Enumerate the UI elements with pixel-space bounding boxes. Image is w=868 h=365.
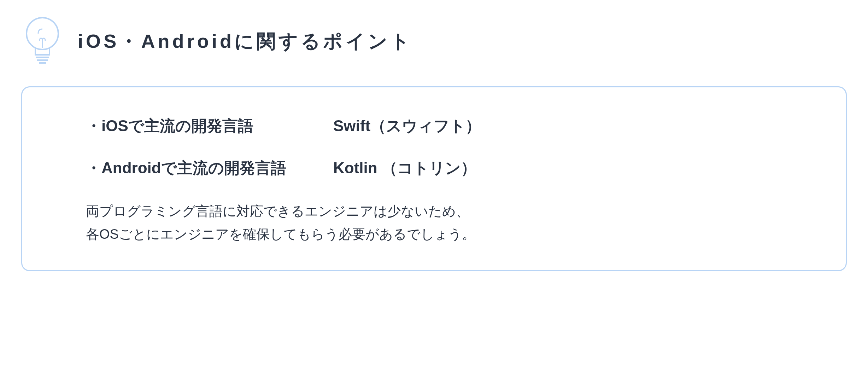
item-label: ・iOSで主流の開発言語 [86, 116, 333, 137]
item-value: Swift（スウィフト） [333, 116, 481, 137]
page-title: iOS・Androidに関するポイント [78, 29, 412, 54]
description: 両プログラミング言語に対応できるエンジニアは少ないため、 各OSごとにエンジニア… [86, 200, 782, 245]
list-item: ・Androidで主流の開発言語 Kotlin （コトリン） [86, 158, 782, 179]
item-value: Kotlin （コトリン） [333, 158, 476, 179]
content-box: ・iOSで主流の開発言語 Swift（スウィフト） ・Androidで主流の開発… [21, 86, 847, 271]
header: iOS・Androidに関するポイント [21, 14, 847, 69]
item-label: ・Androidで主流の開発言語 [86, 158, 333, 179]
lightbulb-icon [21, 14, 64, 69]
list-item: ・iOSで主流の開発言語 Swift（スウィフト） [86, 116, 782, 137]
description-line: 両プログラミング言語に対応できるエンジニアは少ないため、 [86, 200, 782, 223]
description-line: 各OSごとにエンジニアを確保してもらう必要があるでしょう。 [86, 223, 782, 246]
